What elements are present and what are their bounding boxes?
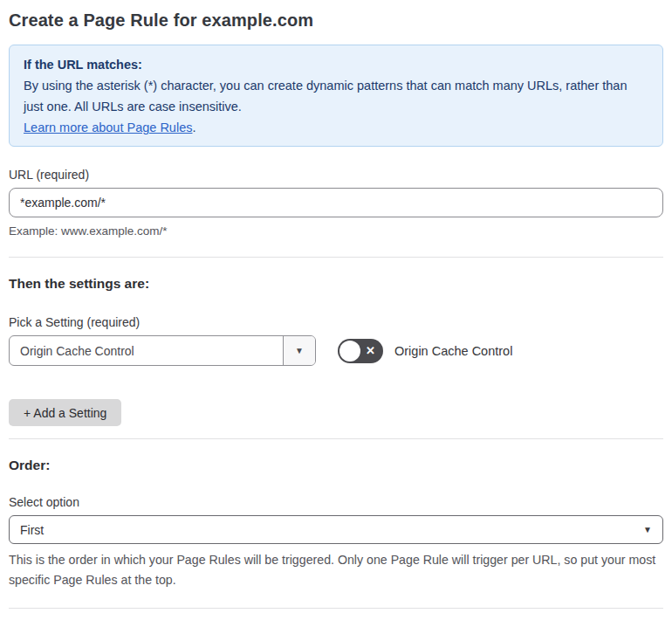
origin-cache-control-toggle[interactable]: ✕ (338, 339, 383, 363)
chevron-down-icon: ▼ (295, 346, 304, 355)
learn-more-link[interactable]: Learn more about Page Rules (24, 121, 192, 134)
setting-select-arrow-button[interactable]: ▼ (283, 336, 315, 365)
info-box-link-line: Learn more about Page Rules. (24, 117, 648, 138)
order-select[interactable]: First ▼ (9, 515, 663, 544)
info-box-heading: If the URL matches: (24, 54, 648, 75)
setting-row: Origin Cache Control ▼ ✕ Origin Cache Co… (9, 335, 663, 366)
toggle-knob (339, 341, 360, 362)
page-title: Create a Page Rule for example.com (9, 10, 663, 31)
order-help-text: This is the order in which your Page Rul… (9, 550, 663, 590)
pick-setting-label: Pick a Setting (required) (9, 315, 663, 329)
url-input[interactable] (9, 188, 663, 217)
setting-select[interactable]: Origin Cache Control ▼ (9, 335, 316, 366)
chevron-down-icon: ▼ (643, 515, 652, 544)
order-select-value: First (20, 523, 44, 537)
order-select-wrap: First ▼ (9, 515, 663, 544)
divider (9, 438, 663, 439)
order-select-label: Select option (9, 495, 663, 509)
link-suffix: . (192, 121, 195, 134)
add-setting-button[interactable]: + Add a Setting (9, 399, 121, 426)
settings-section-heading: Then the settings are: (9, 276, 663, 292)
divider (9, 257, 663, 258)
toggle-off-x-icon: ✕ (366, 339, 375, 363)
url-field-label: URL (required) (9, 168, 663, 182)
url-example-text: Example: www.example.com/* (9, 224, 663, 238)
info-box-body: By using the asterisk (*) character, you… (24, 75, 648, 117)
url-match-info-box: If the URL matches: By using the asteris… (9, 45, 663, 147)
create-page-rule-form: Create a Page Rule for example.com If th… (0, 0, 672, 620)
toggle-label: Origin Cache Control (394, 344, 512, 358)
divider (9, 608, 663, 609)
setting-select-value: Origin Cache Control (10, 336, 283, 365)
order-section-heading: Order: (9, 458, 663, 473)
